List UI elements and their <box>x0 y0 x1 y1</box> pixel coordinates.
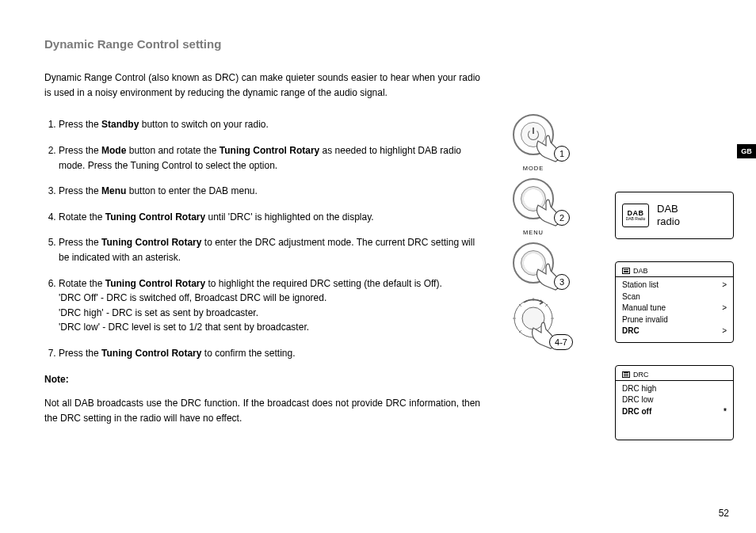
dab-mode-title: DAB radio <box>657 203 680 227</box>
menu-item-drc-low: DRC low <box>622 394 727 406</box>
menu-item-station-list: Station list <box>622 280 727 291</box>
standby-dial-illustration: 1 <box>513 114 554 155</box>
menu-item-drc-off-selected: DRC off <box>622 406 727 418</box>
step-4: Rotate the Tuning Control Rotary until '… <box>59 210 480 225</box>
menu-label: MENU <box>495 229 571 236</box>
menu-dial-illustration: 3 <box>513 242 554 284</box>
step-number-1-icon: 1 <box>554 146 570 162</box>
steps-list: Press the Standby button to switch on yo… <box>44 117 480 360</box>
dab-logo-icon: DAB DAB Radio <box>622 204 649 227</box>
step-2: Press the Mode button and rotate the Tun… <box>59 143 480 173</box>
tuning-rotary-illustration: 4-7 <box>513 298 554 345</box>
display-screens-column: DAB DAB Radio DAB radio DAB Station list… <box>615 192 734 463</box>
display-drc-menu-screen: DRC DRC high DRC low DRC off <box>615 365 734 441</box>
display-dab-mode-screen: DAB DAB Radio DAB radio <box>615 192 734 239</box>
step-1: Press the Standby button to switch on yo… <box>59 117 480 132</box>
mode-dial-illustration: 2 <box>513 178 554 219</box>
step-6: Rotate the Tuning Control Rotary to high… <box>59 276 480 335</box>
step-number-3-icon: 3 <box>554 274 570 290</box>
menu-item-drc-selected: DRC <box>622 326 727 337</box>
page-title: Dynamic Range Control setting <box>44 35 480 53</box>
menu-list-icon <box>622 268 630 274</box>
mode-label: MODE <box>495 165 571 172</box>
step-number-4-7-icon: 4-7 <box>549 334 573 350</box>
menu-header: DRC <box>633 371 649 379</box>
step-number-2-icon: 2 <box>554 210 570 226</box>
step-3: Press the Menu button to enter the DAB m… <box>59 184 480 199</box>
page-number: 52 <box>719 508 729 519</box>
illustration-column: 1 MODE 2 MENU 3 <box>495 114 571 355</box>
menu-header: DAB <box>633 267 648 275</box>
menu-item-prune-invalid: Prune invalid <box>622 314 727 326</box>
note-body: Not all DAB broadcasts use the DRC funct… <box>44 396 480 425</box>
intro-paragraph: Dynamic Range Control (also known as DRC… <box>44 70 480 100</box>
note-label: Note: <box>44 372 480 387</box>
instruction-text-column: Dynamic Range Control setting Dynamic Ra… <box>44 35 480 435</box>
step-5: Press the Tuning Control Rotary to enter… <box>59 235 480 265</box>
language-tab: GB <box>737 144 756 158</box>
menu-list-icon <box>622 371 630 378</box>
menu-item-scan: Scan <box>622 291 727 303</box>
menu-item-drc-high: DRC high <box>622 383 727 395</box>
step-7: Press the Tuning Control Rotary to confi… <box>59 346 480 361</box>
display-dab-menu-screen: DAB Station list Scan Manual tune Prune … <box>615 261 734 343</box>
menu-item-manual-tune: Manual tune <box>622 303 727 314</box>
